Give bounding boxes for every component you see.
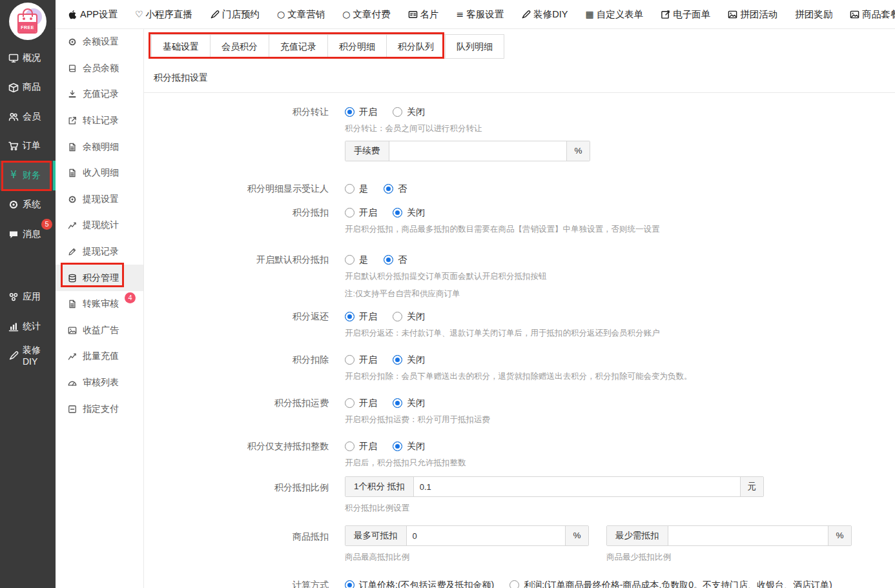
help-text: 商品最高抵扣比例 <box>345 551 589 563</box>
ratio-input[interactable] <box>414 477 740 496</box>
submenu-points-management[interactable]: 积分管理 <box>56 265 143 291</box>
radio-option-on[interactable]: 开启 <box>345 106 377 118</box>
tab-points-queue[interactable]: 积分队列 <box>386 34 446 59</box>
sidebar-item-goods[interactable]: 商品 <box>0 73 56 103</box>
radio-icon[interactable] <box>393 355 402 365</box>
radio-icon[interactable] <box>393 441 402 451</box>
submenu-withdraw-records[interactable]: 提现记录 <box>56 239 143 265</box>
min-deduction-input[interactable] <box>668 526 828 545</box>
topnav-custom-form[interactable]: ▦自定义表单 <box>585 8 643 21</box>
radio-option-on[interactable]: 开启 <box>345 398 377 409</box>
sidebar-item-overview[interactable]: 概况 <box>0 43 56 73</box>
radio-option-yes[interactable]: 是 <box>345 183 368 195</box>
radio-icon[interactable] <box>345 184 355 194</box>
radio-option-yes[interactable]: 是 <box>345 254 368 266</box>
topnav-store-booking[interactable]: 门店预约 <box>210 8 260 21</box>
input-prefix: 1个积分 抵扣 <box>345 477 414 496</box>
radio-option-off[interactable]: 关闭 <box>393 106 425 118</box>
radio-option-no[interactable]: 否 <box>384 183 407 195</box>
topnav-customer-service[interactable]: ≡客服设置 <box>457 8 504 21</box>
radio-option-on[interactable]: 开启 <box>345 354 377 366</box>
topnav-e-waybill[interactable]: 电子面单 <box>661 8 710 21</box>
sidebar-item-finance[interactable]: ¥财务 <box>0 161 56 190</box>
sidebar-item-statistics[interactable]: 统计 <box>0 312 56 341</box>
radio-option-on[interactable]: 开启 <box>345 311 377 323</box>
submenu-label: 提现统计 <box>83 219 119 231</box>
tab-recharge-records[interactable]: 充值记录 <box>269 34 328 59</box>
radio-icon[interactable] <box>345 441 355 451</box>
sidebar-item-system[interactable]: 系统 <box>0 190 56 220</box>
submenu-batch-recharge[interactable]: 批量充值 <box>56 343 143 370</box>
radio-icon[interactable] <box>345 580 355 588</box>
submenu-revenue-ads[interactable]: 收益广告 <box>56 318 143 344</box>
submenu-transfer-review[interactable]: 转账审核4 <box>56 291 143 318</box>
radio-icon[interactable] <box>345 208 355 218</box>
card-icon <box>408 10 418 19</box>
topnav-product-bundle[interactable]: 商品套餐 <box>850 8 895 21</box>
topnav-article-marketing[interactable]: ○文章营销 <box>277 8 325 21</box>
topnav-group-reward[interactable]: 拼团奖励 <box>795 8 832 21</box>
sidebar-item-apps[interactable]: 应用 <box>0 283 56 312</box>
radio-icon[interactable] <box>345 355 355 365</box>
database-icon <box>68 274 77 283</box>
submenu-withdraw-settings[interactable]: 提现设置 <box>56 187 143 213</box>
submenu-review-list[interactable]: 审核列表 <box>56 370 143 396</box>
tab-points-details[interactable]: 积分明细 <box>327 34 387 59</box>
topnav-decorate-diy[interactable]: 装修DIY <box>521 8 568 21</box>
topnav-miniprogram-live[interactable]: ♡小程序直播 <box>135 8 192 21</box>
apps-icon <box>8 292 19 302</box>
radio-icon[interactable] <box>384 255 393 265</box>
submenu-transfer-records[interactable]: 转让记录 <box>56 108 143 134</box>
radio-option-order-price[interactable]: 订单价格:(不包括运费及抵扣金额) <box>345 580 494 588</box>
sidebar-label: 财务 <box>23 170 41 181</box>
radio-option-off[interactable]: 关闭 <box>393 311 425 323</box>
radio-icon[interactable] <box>393 107 402 117</box>
radio-option-on[interactable]: 开启 <box>345 441 377 452</box>
radio-icon[interactable] <box>345 255 355 265</box>
sidebar-item-orders[interactable]: 订单 <box>0 132 56 161</box>
submenu-member-balance[interactable]: 会员余额 <box>56 56 143 82</box>
submenu-label: 余额设置 <box>83 36 119 48</box>
radio-option-off[interactable]: 关闭 <box>393 207 425 219</box>
chat-icon <box>8 229 19 239</box>
help-text: 开启积分抵扣，商品最多抵扣的数目需要在商品【营销设置】中单独设置，否则统一设置 <box>345 223 895 235</box>
max-deduction-input[interactable] <box>407 526 566 545</box>
tab-queue-details[interactable]: 队列明细 <box>445 34 504 59</box>
submenu-balance-settings[interactable]: 余额设置 <box>56 29 143 56</box>
submenu-withdraw-stats[interactable]: 提现统计 <box>56 212 143 239</box>
radio-icon[interactable] <box>345 398 355 408</box>
topnav-app-settings[interactable]: APP设置 <box>68 8 118 21</box>
radio-option-off[interactable]: 关闭 <box>393 441 425 452</box>
submenu-designated-payment[interactable]: 指定支付 <box>56 396 143 422</box>
submenu-label: 提现记录 <box>83 246 119 258</box>
sidebar-item-members[interactable]: 会员 <box>0 102 56 132</box>
sidebar-item-decorate-diy[interactable]: 装修DIY <box>0 341 56 371</box>
radio-option-off[interactable]: 关闭 <box>393 398 425 409</box>
submenu-recharge-records[interactable]: 充值记录 <box>56 81 143 108</box>
submenu-income-details[interactable]: 收入明细 <box>56 160 143 187</box>
submenu-balance-details[interactable]: 余额明细 <box>56 134 143 160</box>
row-show-transferee: 积分明细显示受让人 是 否 <box>144 182 895 196</box>
sidebar-item-messages[interactable]: 消息5 <box>0 219 56 249</box>
box-icon <box>8 82 19 92</box>
radio-icon[interactable] <box>393 312 402 321</box>
topnav-article-paid[interactable]: ○文章付费 <box>342 8 390 21</box>
tab-member-points[interactable]: 会员积分 <box>210 34 269 59</box>
topnav-business-card[interactable]: 名片 <box>408 8 439 21</box>
radio-icon[interactable] <box>345 107 355 117</box>
app-logo[interactable]: FREE <box>9 3 46 40</box>
radio-icon[interactable] <box>345 312 355 321</box>
radio-icon[interactable] <box>393 398 402 408</box>
topnav-group-activity[interactable]: 拼团活动 <box>728 8 777 21</box>
fee-input[interactable] <box>389 141 567 161</box>
radio-option-off[interactable]: 关闭 <box>393 354 425 366</box>
radio-option-on[interactable]: 开启 <box>345 207 377 219</box>
input-prefix: 手续费 <box>345 141 389 161</box>
radio-icon[interactable] <box>393 208 402 218</box>
radio-option-no[interactable]: 否 <box>384 254 407 266</box>
radio-icon[interactable] <box>509 580 519 588</box>
input-suffix: % <box>828 526 851 545</box>
tab-basic-settings[interactable]: 基础设置 <box>151 34 211 59</box>
radio-icon[interactable] <box>384 184 393 194</box>
radio-option-profit[interactable]: 利润:(订单商品最终价格-商品成本,负数取0。不支持门店、收银台、酒店订单) <box>509 580 832 588</box>
